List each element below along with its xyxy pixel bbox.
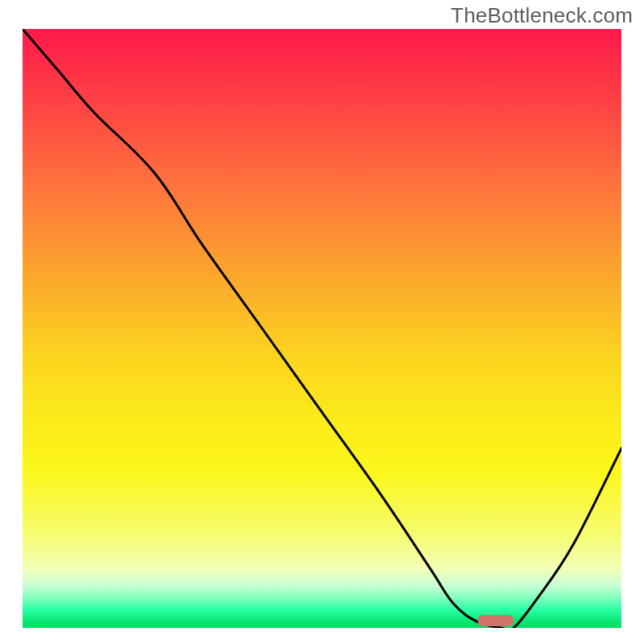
optimal-range-marker <box>477 615 514 626</box>
chart-background-gradient <box>23 29 621 628</box>
watermark-text: TheBottleneck.com <box>451 3 633 28</box>
chart-canvas <box>23 29 621 628</box>
